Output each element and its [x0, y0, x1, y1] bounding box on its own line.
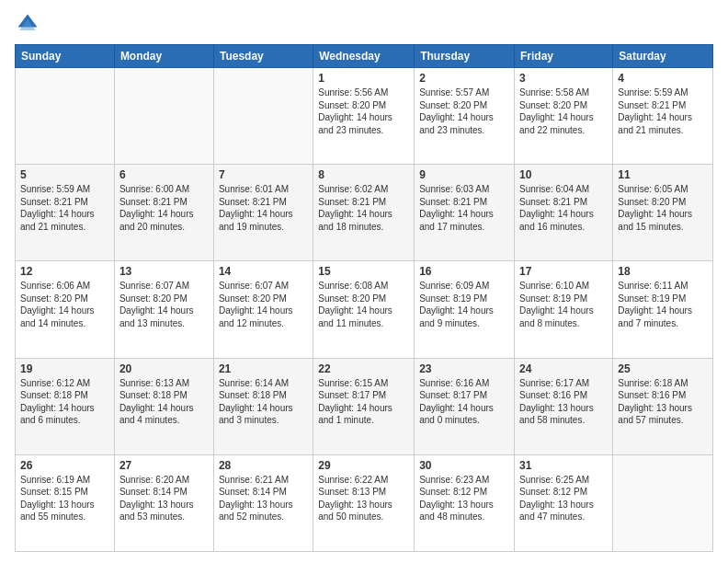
- day-info: Sunrise: 6:15 AM Sunset: 8:17 PM Dayligh…: [318, 378, 392, 426]
- day-info: Sunrise: 6:05 AM Sunset: 8:20 PM Dayligh…: [618, 184, 692, 232]
- calendar-header-saturday: Saturday: [613, 45, 713, 68]
- day-number: 23: [419, 362, 509, 375]
- day-number: 25: [618, 362, 708, 375]
- calendar-cell: 27Sunrise: 6:20 AM Sunset: 8:14 PM Dayli…: [114, 454, 213, 551]
- day-number: 10: [519, 168, 608, 181]
- day-number: 9: [419, 168, 509, 181]
- day-info: Sunrise: 6:19 AM Sunset: 8:15 PM Dayligh…: [20, 475, 95, 523]
- calendar-header-wednesday: Wednesday: [313, 45, 415, 68]
- calendar-cell: 11Sunrise: 6:05 AM Sunset: 8:20 PM Dayli…: [613, 165, 713, 261]
- calendar-cell: 16Sunrise: 6:09 AM Sunset: 8:19 PM Dayli…: [415, 261, 515, 358]
- day-number: 29: [318, 459, 409, 472]
- calendar-cell: 29Sunrise: 6:22 AM Sunset: 8:13 PM Dayli…: [313, 454, 415, 551]
- calendar-cell: 1Sunrise: 5:56 AM Sunset: 8:20 PM Daylig…: [313, 68, 415, 165]
- day-info: Sunrise: 6:20 AM Sunset: 8:14 PM Dayligh…: [119, 475, 194, 523]
- calendar-cell: 6Sunrise: 6:00 AM Sunset: 8:21 PM Daylig…: [114, 165, 213, 261]
- calendar-week-3: 19Sunrise: 6:12 AM Sunset: 8:18 PM Dayli…: [16, 358, 713, 454]
- day-info: Sunrise: 6:12 AM Sunset: 8:18 PM Dayligh…: [20, 378, 95, 426]
- calendar-header-monday: Monday: [114, 45, 213, 68]
- calendar-cell: 17Sunrise: 6:10 AM Sunset: 8:19 PM Dayli…: [515, 261, 613, 358]
- day-number: 26: [20, 459, 109, 472]
- calendar-cell: 3Sunrise: 5:58 AM Sunset: 8:20 PM Daylig…: [515, 68, 613, 165]
- calendar-cell: 4Sunrise: 5:59 AM Sunset: 8:21 PM Daylig…: [613, 68, 713, 165]
- calendar-cell: 15Sunrise: 6:08 AM Sunset: 8:20 PM Dayli…: [313, 261, 415, 358]
- day-number: 12: [20, 265, 109, 278]
- day-info: Sunrise: 6:09 AM Sunset: 8:19 PM Dayligh…: [419, 281, 494, 328]
- day-info: Sunrise: 6:07 AM Sunset: 8:20 PM Dayligh…: [219, 281, 293, 328]
- day-number: 17: [519, 265, 608, 278]
- day-info: Sunrise: 6:00 AM Sunset: 8:21 PM Dayligh…: [119, 184, 194, 232]
- day-number: 2: [419, 72, 509, 85]
- day-number: 15: [318, 265, 409, 278]
- calendar-header-thursday: Thursday: [415, 45, 515, 68]
- day-info: Sunrise: 5:59 AM Sunset: 8:21 PM Dayligh…: [20, 184, 95, 232]
- day-info: Sunrise: 6:25 AM Sunset: 8:12 PM Dayligh…: [519, 475, 594, 523]
- day-info: Sunrise: 5:59 AM Sunset: 8:21 PM Dayligh…: [618, 87, 692, 135]
- calendar-week-4: 26Sunrise: 6:19 AM Sunset: 8:15 PM Dayli…: [16, 454, 713, 551]
- calendar-cell: 20Sunrise: 6:13 AM Sunset: 8:18 PM Dayli…: [114, 358, 213, 454]
- day-number: 6: [119, 168, 209, 181]
- calendar-cell: 7Sunrise: 6:01 AM Sunset: 8:21 PM Daylig…: [213, 165, 313, 261]
- day-number: 13: [119, 265, 209, 278]
- logo: [15, 11, 44, 37]
- calendar-cell: 10Sunrise: 6:04 AM Sunset: 8:21 PM Dayli…: [515, 165, 613, 261]
- day-number: 31: [519, 459, 608, 472]
- day-info: Sunrise: 6:16 AM Sunset: 8:17 PM Dayligh…: [419, 378, 494, 426]
- day-number: 27: [119, 459, 209, 472]
- day-number: 20: [119, 362, 209, 375]
- page: SundayMondayTuesdayWednesdayThursdayFrid…: [0, 0, 728, 563]
- calendar-cell: 22Sunrise: 6:15 AM Sunset: 8:17 PM Dayli…: [313, 358, 415, 454]
- calendar-cell: 5Sunrise: 5:59 AM Sunset: 8:21 PM Daylig…: [16, 165, 115, 261]
- day-info: Sunrise: 6:18 AM Sunset: 8:16 PM Dayligh…: [618, 378, 692, 426]
- day-info: Sunrise: 6:07 AM Sunset: 8:20 PM Dayligh…: [119, 281, 194, 328]
- day-info: Sunrise: 6:04 AM Sunset: 8:21 PM Dayligh…: [519, 184, 594, 232]
- day-number: 8: [318, 168, 409, 181]
- day-number: 22: [318, 362, 409, 375]
- day-info: Sunrise: 6:14 AM Sunset: 8:18 PM Dayligh…: [219, 378, 293, 426]
- day-info: Sunrise: 6:06 AM Sunset: 8:20 PM Dayligh…: [20, 281, 95, 328]
- day-number: 1: [318, 72, 409, 85]
- day-number: 3: [519, 72, 608, 85]
- calendar-cell: 12Sunrise: 6:06 AM Sunset: 8:20 PM Dayli…: [16, 261, 115, 358]
- logo-icon: [15, 11, 40, 37]
- day-info: Sunrise: 5:58 AM Sunset: 8:20 PM Dayligh…: [519, 87, 594, 135]
- calendar-cell: 25Sunrise: 6:18 AM Sunset: 8:16 PM Dayli…: [613, 358, 713, 454]
- day-info: Sunrise: 6:13 AM Sunset: 8:18 PM Dayligh…: [119, 378, 194, 426]
- calendar-cell: 28Sunrise: 6:21 AM Sunset: 8:14 PM Dayli…: [213, 454, 313, 551]
- calendar-header-friday: Friday: [515, 45, 613, 68]
- calendar-header-row: SundayMondayTuesdayWednesdayThursdayFrid…: [16, 45, 713, 68]
- header: [15, 11, 713, 37]
- day-info: Sunrise: 6:08 AM Sunset: 8:20 PM Dayligh…: [318, 281, 392, 328]
- day-number: 24: [519, 362, 608, 375]
- day-info: Sunrise: 6:10 AM Sunset: 8:19 PM Dayligh…: [519, 281, 594, 328]
- calendar-table: SundayMondayTuesdayWednesdayThursdayFrid…: [15, 44, 713, 552]
- day-number: 7: [219, 168, 308, 181]
- day-number: 5: [20, 168, 109, 181]
- day-info: Sunrise: 6:21 AM Sunset: 8:14 PM Dayligh…: [219, 475, 293, 523]
- calendar-cell: 13Sunrise: 6:07 AM Sunset: 8:20 PM Dayli…: [114, 261, 213, 358]
- calendar-week-0: 1Sunrise: 5:56 AM Sunset: 8:20 PM Daylig…: [16, 68, 713, 165]
- calendar-cell: 23Sunrise: 6:16 AM Sunset: 8:17 PM Dayli…: [415, 358, 515, 454]
- day-info: Sunrise: 6:22 AM Sunset: 8:13 PM Dayligh…: [318, 475, 392, 523]
- calendar-cell: [213, 68, 313, 165]
- day-info: Sunrise: 6:03 AM Sunset: 8:21 PM Dayligh…: [419, 184, 494, 232]
- day-info: Sunrise: 6:01 AM Sunset: 8:21 PM Dayligh…: [219, 184, 293, 232]
- calendar-cell: 14Sunrise: 6:07 AM Sunset: 8:20 PM Dayli…: [213, 261, 313, 358]
- day-number: 28: [219, 459, 308, 472]
- calendar-cell: 19Sunrise: 6:12 AM Sunset: 8:18 PM Dayli…: [16, 358, 115, 454]
- calendar-cell: 18Sunrise: 6:11 AM Sunset: 8:19 PM Dayli…: [613, 261, 713, 358]
- day-number: 14: [219, 265, 308, 278]
- calendar-cell: 31Sunrise: 6:25 AM Sunset: 8:12 PM Dayli…: [515, 454, 613, 551]
- calendar-week-1: 5Sunrise: 5:59 AM Sunset: 8:21 PM Daylig…: [16, 165, 713, 261]
- calendar-cell: 8Sunrise: 6:02 AM Sunset: 8:21 PM Daylig…: [313, 165, 415, 261]
- calendar-cell: 30Sunrise: 6:23 AM Sunset: 8:12 PM Dayli…: [415, 454, 515, 551]
- calendar-cell: [16, 68, 115, 165]
- calendar-week-2: 12Sunrise: 6:06 AM Sunset: 8:20 PM Dayli…: [16, 261, 713, 358]
- day-number: 21: [219, 362, 308, 375]
- calendar-cell: 26Sunrise: 6:19 AM Sunset: 8:15 PM Dayli…: [16, 454, 115, 551]
- day-number: 16: [419, 265, 509, 278]
- calendar-cell: 2Sunrise: 5:57 AM Sunset: 8:20 PM Daylig…: [415, 68, 515, 165]
- day-info: Sunrise: 6:23 AM Sunset: 8:12 PM Dayligh…: [419, 475, 494, 523]
- calendar-cell: [613, 454, 713, 551]
- day-number: 11: [618, 168, 708, 181]
